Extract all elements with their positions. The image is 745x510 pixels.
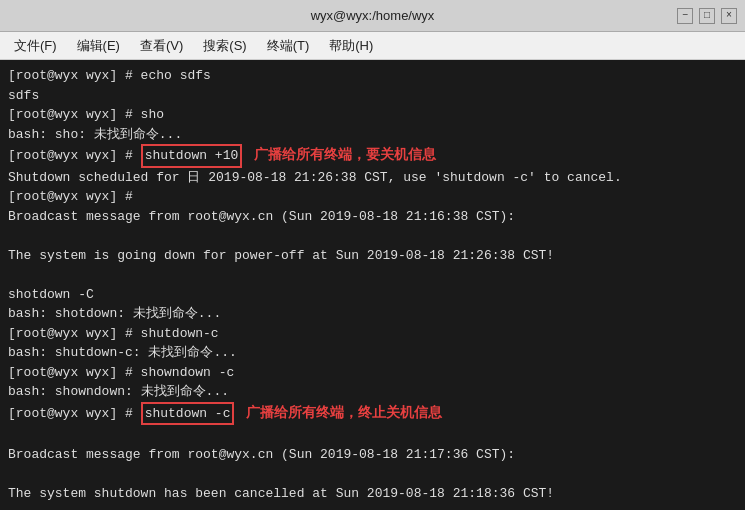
title-bar: wyx@wyx:/home/wyx − □ × xyxy=(0,0,745,32)
close-button[interactable]: × xyxy=(721,8,737,24)
line-23 xyxy=(8,503,737,510)
line-19 xyxy=(8,425,737,445)
line-1: [root@wyx wyx] # echo sdfs xyxy=(8,66,737,86)
line-6: Shutdown scheduled for 日 2019-08-18 21:2… xyxy=(8,168,737,188)
line-17: bash: showndown: 未找到命令... xyxy=(8,382,737,402)
window-controls[interactable]: − □ × xyxy=(677,8,737,24)
line-15: bash: shutdown-c: 未找到命令... xyxy=(8,343,737,363)
shutdown-highlight-2: shutdown -c xyxy=(141,402,235,426)
line-18-group: [root@wyx wyx] # shutdown -c 广播给所有终端，终止关… xyxy=(8,402,737,426)
maximize-button[interactable]: □ xyxy=(699,8,715,24)
minimize-button[interactable]: − xyxy=(677,8,693,24)
line-20: Broadcast message from root@wyx.cn (Sun … xyxy=(8,445,737,465)
line-3: [root@wyx wyx] # sho xyxy=(8,105,737,125)
line-13: bash: shotdown: 未找到命令... xyxy=(8,304,737,324)
menu-edit[interactable]: 编辑(E) xyxy=(69,35,128,57)
line-8: Broadcast message from root@wyx.cn (Sun … xyxy=(8,207,737,227)
line-16: [root@wyx wyx] # showndown -c xyxy=(8,363,737,383)
line-18-prefix: [root@wyx wyx] # xyxy=(8,404,141,424)
shutdown-highlight-1: shutdown +10 xyxy=(141,144,243,168)
line-5-prefix: [root@wyx wyx] # xyxy=(8,146,141,166)
line-7: [root@wyx wyx] # xyxy=(8,187,737,207)
line-11 xyxy=(8,265,737,285)
menu-help[interactable]: 帮助(H) xyxy=(321,35,381,57)
menu-terminal[interactable]: 终端(T) xyxy=(259,35,318,57)
line-21 xyxy=(8,464,737,484)
menu-view[interactable]: 查看(V) xyxy=(132,35,191,57)
terminal-area: [root@wyx wyx] # echo sdfs sdfs [root@wy… xyxy=(0,60,745,510)
line-10: The system is going down for power-off a… xyxy=(8,246,737,266)
annotation-1: 广播给所有终端，要关机信息 xyxy=(254,144,436,165)
menu-bar: 文件(F) 编辑(E) 查看(V) 搜索(S) 终端(T) 帮助(H) xyxy=(0,32,745,60)
line-2: sdfs xyxy=(8,86,737,106)
line-4: bash: sho: 未找到命令... xyxy=(8,125,737,145)
terminal-content: [root@wyx wyx] # echo sdfs sdfs [root@wy… xyxy=(8,66,737,510)
menu-search[interactable]: 搜索(S) xyxy=(195,35,254,57)
line-5-group: [root@wyx wyx] # shutdown +10 广播给所有终端，要关… xyxy=(8,144,737,168)
line-22: The system shutdown has been cancelled a… xyxy=(8,484,737,504)
line-12: shotdown -C xyxy=(8,285,737,305)
window-title: wyx@wyx:/home/wyx xyxy=(68,8,677,23)
line-14: [root@wyx wyx] # shutdown-c xyxy=(8,324,737,344)
menu-file[interactable]: 文件(F) xyxy=(6,35,65,57)
line-9 xyxy=(8,226,737,246)
annotation-2: 广播给所有终端，终止关机信息 xyxy=(246,402,442,423)
